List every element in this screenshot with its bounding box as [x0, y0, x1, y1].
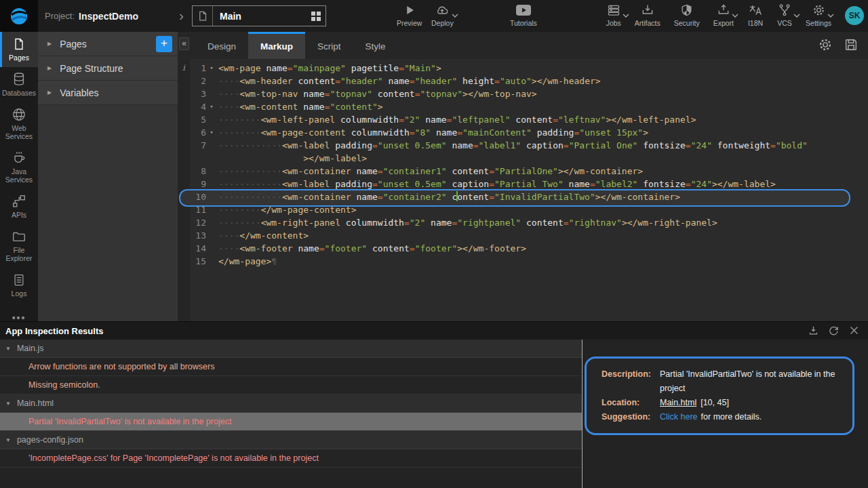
tab-style[interactable]: Style — [353, 32, 398, 59]
i18n-button[interactable]: I18N — [747, 3, 764, 27]
main-area: Pages Databases Web Services — [0, 32, 868, 321]
click-here-link[interactable]: Click here — [660, 412, 698, 422]
section-label: Pages — [60, 39, 156, 49]
rail-item-file-explorer[interactable]: File Explorer — [0, 224, 38, 268]
editor-settings-button[interactable] — [818, 37, 833, 52]
project-breadcrumb: Project: InspectDemo — [45, 0, 138, 32]
collapsed-arrow-icon: ▶ — [47, 89, 52, 96]
section-label: Variables — [60, 87, 172, 98]
deploy-button[interactable]: Deploy — [431, 3, 454, 27]
security-label: Security — [674, 19, 700, 27]
rail-item-pages[interactable]: Pages — [0, 32, 38, 67]
rail-item-web-services[interactable]: Web Services — [0, 102, 38, 146]
java-services-icon — [12, 150, 26, 165]
code-line[interactable]: 15</wm-page>¶ — [178, 255, 868, 268]
rail-item-apis[interactable]: APIs — [0, 189, 38, 224]
code-lines: i1▾<wm-page name="mainpage" pagetitle="M… — [178, 62, 868, 268]
rail-label: Web Services — [1, 124, 37, 140]
jobs-button[interactable]: Jobs — [606, 3, 621, 27]
preview-button[interactable]: Preview — [397, 3, 422, 27]
export-button[interactable]: Export — [713, 3, 734, 27]
vcs-button[interactable]: VCS — [777, 3, 792, 27]
suggestion-rest: for more details. — [701, 412, 762, 422]
markup-editor: « Design Markup Script Style — [178, 32, 868, 321]
code-line[interactable]: 11········</wm-page-content> — [178, 203, 868, 216]
rail-item-databases[interactable]: Databases — [0, 67, 38, 102]
logs-icon — [12, 272, 26, 287]
app-logo[interactable] — [0, 0, 38, 32]
code-line[interactable]: 7············<wm-label padding="unset 0.… — [178, 139, 868, 152]
location-label: Location: — [601, 396, 660, 410]
inspection-group-mainjs[interactable]: ▼ Main.js — [0, 340, 582, 358]
code-line[interactable]: 4▾····<wm-content name="content"> — [178, 100, 868, 113]
inspection-error[interactable]: Arrow functions are not supported by all… — [0, 358, 582, 376]
collapse-panel-button[interactable]: « — [179, 37, 189, 50]
section-pages[interactable]: ▶ Pages + — [38, 32, 178, 56]
code-line[interactable]: 12········<wm-right-panel columnwidth="2… — [178, 216, 868, 229]
vcs-label: VCS — [777, 19, 792, 27]
preview-label: Preview — [397, 19, 422, 27]
page-selector[interactable]: Main — [192, 5, 326, 26]
rail-item-java-services[interactable]: Java Services — [0, 146, 38, 189]
deploy-chevron-icon — [452, 14, 458, 18]
databases-icon — [12, 72, 26, 87]
inspection-group-pagesconfig[interactable]: ▼ pages-config.json — [0, 431, 582, 449]
breadcrumb-chevron-icon: › — [179, 7, 184, 24]
code-line[interactable]: 3····<wm-top-nav name="topnav" content="… — [178, 87, 868, 100]
settings-chevron-icon — [827, 14, 834, 18]
artifacts-icon — [641, 3, 654, 17]
location-file-link[interactable]: Main.html — [660, 398, 696, 407]
tab-script[interactable]: Script — [305, 32, 353, 59]
security-button[interactable]: Security — [674, 3, 700, 27]
project-label: Project: — [45, 11, 75, 21]
user-avatar[interactable]: SK — [845, 6, 864, 25]
inspection-error[interactable]: Missing semicolon. — [0, 376, 582, 394]
expanded-arrow-icon: ▼ — [5, 401, 11, 407]
grid-view-icon[interactable] — [307, 12, 326, 21]
gear-icon — [818, 37, 833, 52]
settings-button[interactable]: Settings — [806, 3, 831, 27]
download-report-button[interactable] — [808, 325, 819, 336]
code-line[interactable]: i1▾<wm-page name="mainpage" pagetitle="M… — [178, 62, 868, 75]
inspection-error-selected[interactable]: Partial 'InvalidPartialTwo' is not avail… — [0, 413, 582, 431]
rail-item-logs[interactable]: Logs — [0, 268, 38, 303]
artifacts-button[interactable]: Artifacts — [635, 3, 660, 27]
section-page-structure[interactable]: ▶ Page Structure — [38, 56, 178, 81]
close-panel-button[interactable] — [848, 325, 860, 336]
error-tooltip: Description: Partial 'InvalidPartialTwo'… — [585, 357, 854, 435]
group-file-name: Main.js — [17, 344, 44, 353]
code-line[interactable]: 2····<wm-header content="header" name="h… — [178, 75, 868, 87]
code-line[interactable]: 5········<wm-left-panel columnwidth="2" … — [178, 113, 868, 126]
tutorials-button[interactable]: Tutorials — [510, 3, 537, 27]
wavemaker-logo-icon — [9, 6, 29, 26]
download-icon — [808, 325, 819, 336]
project-name: InspectDemo — [79, 11, 138, 22]
code-line[interactable]: 13····</wm-content> — [178, 229, 868, 242]
inspection-error[interactable]: 'IncompletePage.css' for Page 'Incomplet… — [0, 449, 582, 468]
tab-markup[interactable]: Markup — [248, 32, 305, 59]
settings-gear-icon — [812, 3, 826, 17]
rail-label: Java Services — [1, 167, 37, 184]
section-variables[interactable]: ▶ Variables — [38, 81, 178, 105]
code-line[interactable]: 10············<wm-container name="contai… — [178, 190, 868, 203]
refresh-icon — [828, 325, 840, 336]
code-line[interactable]: 14····<wm-footer name="footer" content="… — [178, 242, 868, 255]
security-shield-icon — [680, 3, 693, 17]
export-label: Export — [713, 19, 734, 27]
description-value: Partial 'InvalidPartialTwo' is not avail… — [660, 367, 840, 396]
refresh-button[interactable] — [828, 325, 840, 336]
file-explorer-icon — [12, 229, 26, 244]
tab-design[interactable]: Design — [195, 32, 248, 59]
i18n-translate-icon — [747, 3, 764, 17]
code-line[interactable]: 6▾········<wm-page-content columnwidth="… — [178, 126, 868, 139]
save-button[interactable] — [844, 37, 859, 52]
add-page-button[interactable]: + — [156, 36, 172, 52]
code-line[interactable]: 8············<wm-container name="contain… — [178, 165, 868, 178]
wavemaker-studio: Project: InspectDemo › Main Preview — [0, 0, 868, 488]
code-line[interactable]: ></wm-label> — [178, 152, 868, 165]
inspection-group-mainhtml[interactable]: ▼ Main.html — [0, 394, 582, 413]
code-editor[interactable]: i1▾<wm-page name="mainpage" pagetitle="M… — [178, 59, 868, 268]
panel-divider[interactable] — [582, 340, 583, 488]
code-line[interactable]: 9············<wm-label padding="unset 0.… — [178, 178, 868, 190]
rail-label: Logs — [12, 289, 27, 298]
